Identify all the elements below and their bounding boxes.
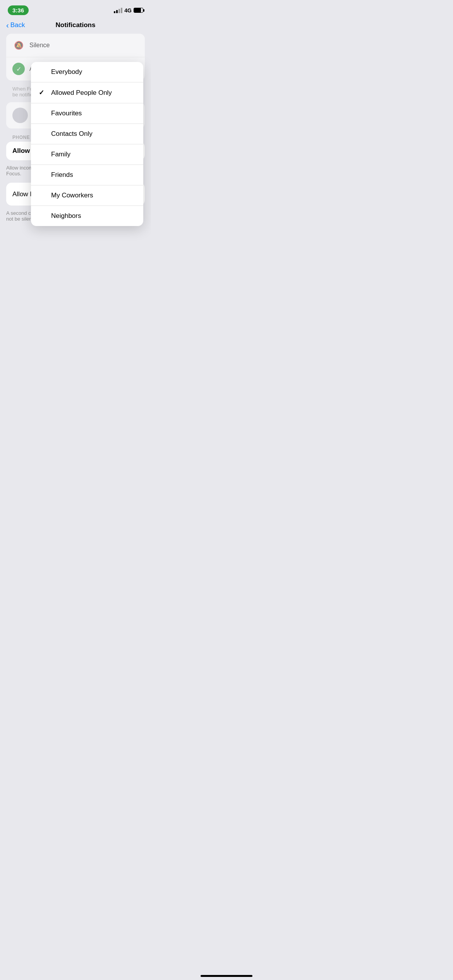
status-right: 4G (114, 7, 143, 14)
back-button[interactable]: ‹ Back (6, 21, 25, 30)
signal-bar-1 (114, 11, 115, 13)
page-title: Notifications (56, 21, 96, 29)
battery-indicator (134, 8, 143, 13)
dropdown-item-favourites[interactable]: Favourites (31, 103, 143, 124)
dropdown-item-label-my-coworkers: My Coworkers (51, 192, 93, 199)
dropdown-checkmark-allowed-people-only: ✓ (39, 89, 46, 97)
network-type: 4G (124, 7, 132, 14)
checkmark-shield-icon: ✓ (12, 63, 25, 75)
back-label: Back (10, 21, 25, 29)
dropdown-menu: Everybody✓Allowed People OnlyFavouritesC… (31, 62, 143, 226)
bell-slash-icon: 🔕 (12, 39, 25, 51)
dropdown-item-label-neighbors: Neighbors (51, 212, 81, 220)
avatar (12, 108, 28, 123)
dropdown-item-neighbors[interactable]: Neighbors (31, 206, 143, 226)
dropdown-item-label-family: Family (51, 151, 70, 158)
dropdown-item-label-friends: Friends (51, 171, 73, 179)
silence-row: 🔕 Silence (6, 34, 145, 57)
dropdown-item-label-allowed-people-only: Allowed People Only (51, 89, 112, 97)
signal-bars (114, 8, 122, 13)
dropdown-item-friends[interactable]: Friends (31, 165, 143, 185)
signal-bar-3 (118, 9, 120, 13)
dropdown-item-family[interactable]: Family (31, 144, 143, 165)
dropdown-item-label-everybody: Everybody (51, 68, 82, 76)
dropdown-item-allowed-people-only[interactable]: ✓Allowed People Only (31, 82, 143, 103)
silence-label: Silence (29, 42, 139, 49)
nav-header: ‹ Back Notifications (0, 18, 151, 34)
dropdown-item-everybody[interactable]: Everybody (31, 62, 143, 82)
status-bar: 3:36 4G (0, 0, 151, 18)
dropdown-item-label-favourites: Favourites (51, 110, 82, 117)
signal-bar-4 (121, 8, 122, 13)
dropdown-item-contacts-only[interactable]: Contacts Only (31, 124, 143, 144)
dropdown-item-my-coworkers[interactable]: My Coworkers (31, 185, 143, 206)
back-chevron-icon: ‹ (6, 21, 9, 30)
dropdown-item-label-contacts-only: Contacts Only (51, 130, 93, 138)
status-time: 3:36 (8, 5, 29, 15)
signal-bar-2 (116, 10, 118, 13)
